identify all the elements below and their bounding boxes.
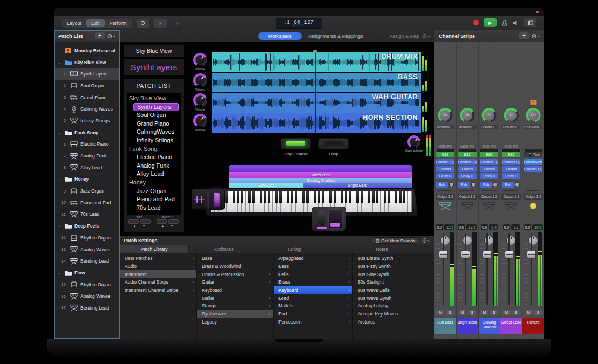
browser-item[interactable]: Guitar› <box>197 278 273 286</box>
solo-button[interactable]: S <box>490 310 498 315</box>
browser-item[interactable]: Instrument Channel Strips› <box>120 286 196 294</box>
patch-list-item[interactable]: 10Piano and Pad <box>54 197 120 209</box>
track-volume-knob[interactable]: Volume <box>189 73 212 91</box>
fader-cap[interactable] <box>439 251 447 258</box>
browser-item[interactable]: Arpeggiated› <box>274 255 352 263</box>
patch-list-item[interactable]: 7Analog Funk <box>54 150 120 162</box>
tab-workspace[interactable]: Workspace <box>258 32 302 40</box>
mini-patch-list-entry[interactable]: Honey <box>127 178 181 187</box>
patch-list-item[interactable]: 1170s Lead <box>54 209 120 221</box>
input-slot[interactable]: ◦Rvb <box>524 152 542 157</box>
add-patch-button[interactable]: + <box>95 32 105 39</box>
plugin-slot[interactable]: Channel EQ <box>458 159 477 165</box>
browser-item[interactable]: Strings› <box>197 302 273 310</box>
backing-track-row[interactable]: WAH GUITAR <box>212 93 421 113</box>
patch-list-item[interactable]: 9Jazz Organ <box>54 185 120 197</box>
browser-item[interactable]: Audio Channel Strips› <box>120 278 196 286</box>
send-slot[interactable]: Rvb <box>502 182 520 188</box>
record-button[interactable] <box>473 20 479 25</box>
patch-up-button[interactable] <box>168 219 179 224</box>
preset-label[interactable]: 2.6s Vocal… <box>524 125 542 129</box>
strip-name-plate[interactable]: Reverb <box>522 318 544 334</box>
instrument-slot[interactable]: ES2 <box>458 152 477 157</box>
send-knob[interactable] <box>515 182 520 187</box>
send-knob[interactable] <box>471 182 476 187</box>
chevron-down-icon[interactable]: ⌄ <box>56 224 63 228</box>
strip-name-plate[interactable]: Bright Bells <box>457 318 478 334</box>
browser-item[interactable]: 80s Bitrate Synth <box>353 255 434 263</box>
black-key[interactable] <box>322 191 324 203</box>
expression-pedal[interactable] <box>317 210 326 225</box>
output-slot[interactable]: Output 1-2 <box>524 194 543 200</box>
strip-name-plate[interactable]: Glowing Shadow <box>479 318 500 334</box>
black-key[interactable] <box>403 191 405 203</box>
layer-bar[interactable]: Bright Bells <box>303 183 412 188</box>
patch-list-folder-row[interactable]: ⌄Honey <box>54 174 120 186</box>
playhead[interactable] <box>315 52 316 133</box>
browser-item[interactable]: Lead› <box>274 294 352 302</box>
channel-strips-action-menu[interactable] <box>532 33 540 39</box>
preset-label[interactable]: Beautiful… <box>436 125 454 129</box>
patch-list-folder-row[interactable]: ⌄Sky Blue View <box>54 57 120 68</box>
mute-button[interactable]: M <box>436 310 444 315</box>
mute-button[interactable]: M <box>525 310 533 315</box>
plugin-slot[interactable]: Channel EQ <box>436 159 454 165</box>
plugin-slot[interactable]: ChromaVerb <box>524 159 542 165</box>
black-key[interactable] <box>356 191 358 203</box>
patch-list-item[interactable]: 14Bending Lead <box>54 255 120 267</box>
black-key[interactable] <box>241 191 243 203</box>
preset-label[interactable]: Beautiful… <box>480 125 498 129</box>
instrument-slot[interactable]: ES2 <box>436 152 454 157</box>
plugin-slot[interactable]: Channel EQ <box>480 159 498 165</box>
black-key[interactable] <box>399 191 401 203</box>
patch-list-item[interactable]: 6Electric Piano <box>54 139 120 150</box>
black-key[interactable] <box>384 191 386 203</box>
mode-perform-button[interactable]: Perform <box>105 19 132 27</box>
patch-list-folder-row[interactable]: ⌄Deep Feels <box>54 220 120 232</box>
black-key[interactable] <box>329 191 331 203</box>
black-key[interactable] <box>349 191 351 203</box>
browser-item[interactable]: Mallet› <box>197 294 273 302</box>
workspace-action-menu[interactable] <box>422 33 431 39</box>
plugin-slot[interactable]: Channel EQ <box>524 166 542 172</box>
mute-button[interactable]: M <box>480 310 488 315</box>
channel-knob[interactable]: 79 <box>482 108 497 122</box>
patch-list-item[interactable]: 16Analog Waves <box>54 290 120 302</box>
browser-item[interactable]: Percussion› <box>274 318 352 326</box>
patch-list-item[interactable]: 5Infinity Strings <box>54 115 120 127</box>
black-key[interactable] <box>287 191 289 203</box>
play-button[interactable]: ▶ <box>484 18 497 27</box>
patch-list-item[interactable]: 4Calming Waves <box>54 103 120 115</box>
browser-item[interactable]: Keyboard› <box>274 286 352 294</box>
play-pause-screen-button[interactable] <box>281 138 311 149</box>
plugin-slot[interactable]: Chorus <box>502 166 520 172</box>
mini-patch-list-entry[interactable]: 70s Lead <box>127 204 181 212</box>
patch-list-item[interactable]: 15Rhythm Organ <box>54 279 120 291</box>
output-slot[interactable]: Output 1-2 <box>501 194 521 200</box>
browser-item[interactable]: Instrument› <box>120 270 196 278</box>
browser-item[interactable]: Arcturus <box>353 318 434 326</box>
fader[interactable] <box>524 232 542 306</box>
tab-assignments-mappings[interactable]: Assignments & Mappings <box>308 33 363 39</box>
track-volume-knob[interactable]: Volume <box>189 53 212 71</box>
patch-list-folder-row[interactable]: ⌄Funk Song <box>54 127 120 139</box>
browser-item[interactable]: 80s Fizzy Synth <box>353 263 434 271</box>
black-key[interactable] <box>279 191 281 203</box>
browser-item[interactable]: Bass› <box>197 255 273 263</box>
slider-controls[interactable] <box>192 189 207 210</box>
browser-item[interactable]: 80s Starlight <box>353 278 434 286</box>
browser-item[interactable]: Mallets› <box>274 302 352 310</box>
patch-list-item[interactable]: 2Soul Organ <box>54 80 120 92</box>
black-key[interactable] <box>345 191 347 203</box>
browser-item[interactable]: Analog Lullaby <box>353 302 434 310</box>
send-slot[interactable]: Rvb <box>480 182 498 188</box>
browser-item[interactable]: Audio› <box>120 263 196 271</box>
mini-patch-list-entry[interactable]: Piano and Pad <box>127 195 181 204</box>
send-slot[interactable]: Rvb <box>436 182 454 188</box>
mini-patch-list-entry[interactable]: Analog Funk <box>127 162 181 170</box>
mini-patch-list-entry[interactable]: Infinity Strings <box>127 136 181 145</box>
mini-patch-list-entry[interactable]: Alloy Lead <box>127 170 181 178</box>
edit-tool-button[interactable] <box>171 19 184 28</box>
fader[interactable] <box>502 232 520 306</box>
fader-cap[interactable] <box>461 251 470 258</box>
